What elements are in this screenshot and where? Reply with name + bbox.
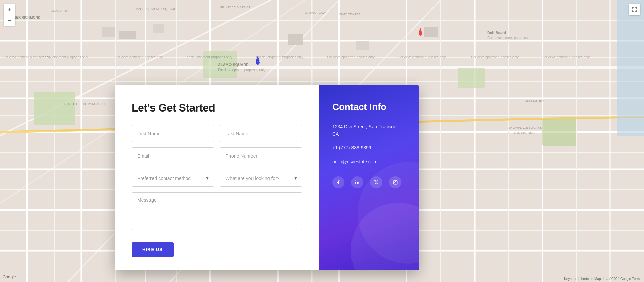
form-title: Let's Get Started bbox=[132, 102, 302, 114]
svg-rect-43 bbox=[542, 119, 576, 146]
first-name-input[interactable] bbox=[132, 125, 214, 142]
twitter-icon[interactable] bbox=[370, 176, 382, 188]
message-textarea[interactable] bbox=[132, 192, 302, 230]
svg-text:For development purposes: For development purposes bbox=[487, 36, 528, 40]
first-name-field bbox=[132, 125, 214, 142]
dropdowns-row: Preferred contact method Email Phone Tex… bbox=[132, 170, 302, 187]
map-attribution: Keyboard shortcuts Map data ©2024 Google… bbox=[564, 277, 641, 281]
svg-text:SHOWPLACE SQUARE: SHOWPLACE SQUARE bbox=[508, 126, 542, 129]
preferred-contact-wrapper: Preferred contact method Email Phone Tex… bbox=[132, 170, 214, 187]
instagram-icon[interactable] bbox=[389, 176, 401, 188]
looking-for-wrapper: What are you looking for? Buying Selling… bbox=[220, 170, 302, 187]
svg-text:For development purposes only: For development purposes only bbox=[398, 55, 446, 59]
linkedin-icon[interactable] bbox=[351, 176, 363, 188]
svg-text:For development purposes only: For development purposes only bbox=[185, 55, 232, 59]
svg-text:ANZA VISTA: ANZA VISTA bbox=[51, 9, 68, 13]
svg-text:For development purposes only: For development purposes only bbox=[218, 68, 265, 72]
message-row bbox=[132, 192, 302, 231]
svg-rect-54 bbox=[617, 0, 644, 136]
message-field bbox=[132, 192, 302, 231]
contact-phone: +1 (777) 888-9899 bbox=[332, 144, 405, 152]
submit-button[interactable]: HIRE US bbox=[132, 242, 174, 257]
svg-text:For development purposes only: For development purposes only bbox=[41, 55, 88, 59]
looking-for-select[interactable]: What are you looking for? Buying Selling… bbox=[220, 170, 302, 187]
svg-rect-48 bbox=[356, 41, 369, 50]
last-name-field bbox=[220, 125, 302, 142]
contact-address: 1234 Divi Street, San Fracisco, CA bbox=[332, 123, 405, 138]
svg-text:Deli Board: Deli Board bbox=[487, 31, 506, 35]
form-panel: Let's Get Started Preferre bbox=[115, 85, 319, 270]
map-zoom-controls[interactable]: + − bbox=[4, 4, 15, 26]
email-field bbox=[132, 147, 214, 164]
svg-rect-39 bbox=[34, 92, 75, 125]
preferred-contact-select[interactable]: Preferred contact method Email Phone Tex… bbox=[132, 170, 214, 187]
svg-text:CIVIC CENTER: CIVIC CENTER bbox=[339, 13, 361, 16]
svg-rect-49 bbox=[424, 27, 438, 37]
svg-point-52 bbox=[419, 32, 422, 36]
svg-text:NORTH OF THE PANHANDLE: NORTH OF THE PANHANDLE bbox=[64, 102, 106, 106]
svg-point-50 bbox=[256, 61, 260, 65]
zoom-in-button[interactable]: + bbox=[4, 4, 15, 15]
last-name-input[interactable] bbox=[220, 125, 302, 142]
contact-title: Contact Info bbox=[332, 102, 405, 113]
svg-text:OPERA PLAZA: OPERA PLAZA bbox=[305, 11, 326, 14]
phone-field bbox=[220, 147, 302, 164]
svg-text:For development purposes only: For development purposes only bbox=[327, 55, 375, 59]
svg-rect-46 bbox=[153, 24, 164, 33]
svg-text:For development purposes only: For development purposes only bbox=[471, 55, 519, 59]
svg-rect-44 bbox=[102, 27, 115, 37]
zoom-out-button[interactable]: − bbox=[4, 15, 15, 26]
svg-rect-47 bbox=[288, 34, 303, 45]
contact-email: hello@diviestate.com bbox=[332, 158, 405, 165]
svg-text:For development purposes only: For development purposes only bbox=[256, 55, 303, 59]
svg-text:For development purposes only: For development purposes only bbox=[542, 55, 590, 59]
svg-rect-45 bbox=[119, 31, 136, 39]
facebook-icon[interactable] bbox=[332, 176, 344, 188]
fullscreen-button[interactable] bbox=[629, 4, 640, 15]
svg-text:MARCUS GARVEY SQUARE: MARCUS GARVEY SQUARE bbox=[136, 7, 176, 11]
email-phone-row bbox=[132, 147, 302, 164]
svg-point-81 bbox=[355, 180, 356, 181]
looking-for-field: What are you looking for? Buying Selling… bbox=[220, 170, 302, 187]
svg-text:FILLMORE DISTRICT: FILLMORE DISTRICT bbox=[220, 6, 251, 9]
name-row bbox=[132, 125, 302, 142]
contact-modal: Let's Get Started Preferre bbox=[115, 85, 419, 270]
contact-panel: Contact Info 1234 Divi Street, San Fraci… bbox=[319, 85, 419, 270]
svg-rect-42 bbox=[458, 68, 485, 88]
svg-text:MISSION BAY: MISSION BAY bbox=[525, 99, 545, 102]
preferred-contact-field: Preferred contact method Email Phone Tex… bbox=[132, 170, 214, 187]
email-input[interactable] bbox=[132, 147, 214, 164]
svg-text:For development purposes only: For development purposes only bbox=[115, 55, 163, 59]
svg-rect-82 bbox=[393, 180, 397, 184]
svg-text:DESIGN DISTRICT: DESIGN DISTRICT bbox=[508, 131, 535, 135]
social-icons-row bbox=[332, 176, 405, 188]
svg-text:ALAMO SQUARE: ALAMO SQUARE bbox=[218, 63, 248, 67]
google-logo: Google bbox=[3, 275, 16, 279]
phone-input[interactable] bbox=[220, 147, 302, 164]
